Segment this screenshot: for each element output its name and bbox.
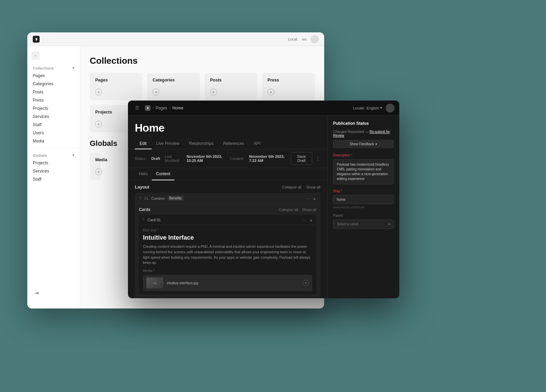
sidebar-item-media[interactable]: Media [27,137,80,145]
collection-card-press[interactable]: Press + [262,73,315,100]
card-add-press[interactable]: + [268,89,274,95]
card-add-posts[interactable]: + [210,89,217,95]
tab-references[interactable]: References [218,138,249,149]
sidebar-item-projects[interactable]: Projects [27,104,80,112]
sidebar-item-categories[interactable]: Categories [27,80,80,88]
media-filename: intuitive-interface.jpg [167,281,198,285]
block-drag-handle[interactable]: ⠿ [139,196,142,200]
sidebar-item-services[interactable]: Services [27,112,80,121]
card-title-pages: Pages [95,78,137,82]
show-all-layout[interactable]: Show all [306,185,320,189]
publication-status-title: Publication Status [333,121,394,126]
parent-select[interactable]: Select a value ▾ [333,220,394,229]
sidebar-divider [27,148,80,148]
collection-card-categories[interactable]: Categories + [147,73,200,100]
description-field: Description * Payload has modernized hea… [333,153,394,184]
global-card-media[interactable]: Media + [90,153,101,180]
window-home-editor: ☰ ◗ / Pages / Home Locale: English ▾ [128,101,399,298]
chevron-down-icon-2: ▾ [375,142,377,146]
global-card-add-media[interactable]: + [95,168,102,175]
save-draft-button[interactable]: Save Draft [291,152,312,165]
card-01-content: Rich text * Intuitive Interface Creating… [139,225,316,295]
breadcrumb-sep-1: / [153,106,154,110]
layout-header: Layout Collapse all Show all [135,184,320,190]
locale-value: English [367,106,379,110]
media-preview: img intuitive-interface.jpg × [143,275,312,291]
front-user-avatar[interactable] [386,104,394,112]
sidebar-item-press[interactable]: Press [27,96,80,104]
card-01-collapse-button[interactable]: ▲ [309,218,313,222]
card-add-projects[interactable]: + [95,121,102,127]
block-header: ⠿ 01 Content Benefits ··· ▲ [135,193,320,204]
parent-field: Parent Select a value ▾ [333,214,394,229]
card-add-categories[interactable]: + [153,89,159,95]
parent-label: Parent [333,214,394,217]
collapse-all-cards[interactable]: Collapse all [279,208,298,212]
card-title-posts: Posts [210,78,252,82]
card-drag-handle[interactable]: ⠿ [142,218,145,222]
last-modified-value: November 6th 2023, 10:25 AM [187,154,225,163]
scene: ◗ Local: en ‹ Collections ▾ Pages Catego… [0,0,546,392]
description-textarea[interactable]: Payload has modernized headless CMS, pai… [333,159,394,184]
block-header-right: ··· ▲ [306,196,316,201]
block-more-button[interactable]: ··· [306,196,310,201]
block-item: ⠿ 01 Content Benefits ··· ▲ [135,193,320,298]
sidebar-global-projects[interactable]: Projects [27,159,80,167]
status-value: Draft [151,156,160,161]
back-avatar[interactable] [311,35,319,43]
status-bar: Status: Draft Last Modified: November 6t… [128,149,327,168]
breadcrumb-pages[interactable]: Pages [156,106,167,110]
show-feedback-button[interactable]: Show Feedback ▾ [333,140,394,148]
card-item-01: ⠿ Card 01 ··· ▲ Rich text * Intui [139,215,316,295]
front-main: Home Edit Live Preview Relationships Ref… [128,116,328,298]
sidebar-item-staff[interactable]: Staff [27,121,80,129]
sidebar-global-staff[interactable]: Staff [27,175,80,183]
parent-select-placeholder: Select a value [337,222,358,226]
card-add-pages[interactable]: + [95,89,102,95]
breadcrumb-current: Home [172,106,183,110]
sidebar-item-pages[interactable]: Pages [27,72,80,80]
sidebar-item-posts[interactable]: Posts [27,88,80,96]
block-collapse-button[interactable]: ▲ [313,196,316,200]
card-title-press: Press [268,78,309,82]
breadcrumb: ◗ / Pages / Home [145,105,183,111]
chevron-down-icon: ▾ [380,106,382,110]
sidebar-item-users[interactable]: Users [27,129,80,137]
card-01-more-button[interactable]: ··· [303,217,306,222]
block-badge: Benefits [167,196,184,201]
sidebar-back-btn[interactable]: ‹ [31,51,40,60]
page-title: Home [135,122,320,134]
chevron-icon: ▾ [72,66,74,70]
media-thumbnail: img [146,277,163,288]
back-topbar-right: Local: en [288,35,319,43]
card-title-categories: Categories [153,78,194,82]
content-tab-content[interactable]: Content [152,168,174,180]
tab-live-preview[interactable]: Live Preview [152,138,184,149]
tab-api[interactable]: API [249,138,265,149]
show-all-cards[interactable]: Show all [302,208,316,212]
collapse-all-layout[interactable]: Collapse all [282,185,302,189]
tab-edit[interactable]: Edit [135,138,152,149]
collection-card-pages[interactable]: Pages + [90,73,142,100]
breadcrumb-logo-icon[interactable]: ◗ [145,105,150,111]
locale-value[interactable]: en [302,37,306,41]
block-number: 01 [144,196,148,200]
sidebar-global-services[interactable]: Services [27,167,80,175]
more-options-button[interactable]: ⋮ [315,154,320,163]
status-bar-actions: Save Draft ⋮ [291,152,320,165]
collection-card-posts[interactable]: Posts + [205,73,257,100]
slug-input[interactable]: home [333,195,394,204]
intuitive-interface-body: Creating content shouldn't require a PhD… [143,244,312,266]
collection-grid-1: Pages + Categories + Posts + Press + [90,73,315,100]
logout-button[interactable]: ⇥ [31,288,41,298]
cards-header: Cards Collapse all Show all [139,207,316,212]
card-01-name: Card 01 [147,218,161,222]
hamburger-button[interactable]: ☰ [133,104,142,112]
cards-section: Cards Collapse all Show all ⠿ Card 01 [135,204,320,298]
locale-label: Locale: [353,106,365,110]
select-chevron-icon: ▾ [388,222,390,226]
locale-selector[interactable]: Locale: English ▾ [353,106,382,110]
tab-relationships[interactable]: Relationships [184,138,218,149]
content-tab-hero[interactable]: Hero [135,168,152,180]
media-remove-button[interactable]: × [303,280,309,286]
